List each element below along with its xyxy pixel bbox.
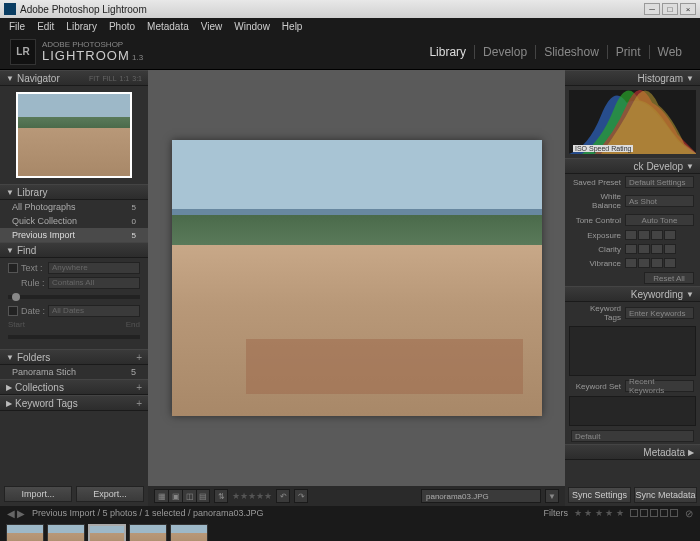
- menu-view[interactable]: View: [196, 21, 228, 32]
- find-date-dropdown[interactable]: All Dates: [48, 305, 140, 317]
- vib-plus2[interactable]: [664, 258, 676, 268]
- keywordtags-header[interactable]: ▶ Keyword Tags +: [0, 395, 148, 411]
- find-rule-dropdown[interactable]: Contains All: [48, 277, 140, 289]
- menu-metadata[interactable]: Metadata: [142, 21, 194, 32]
- clarity-minus2[interactable]: [625, 244, 637, 254]
- quickdev-header[interactable]: ck Develop ▼: [565, 158, 700, 174]
- close-button[interactable]: ×: [680, 3, 696, 15]
- keyword-set-area[interactable]: [569, 396, 696, 426]
- metadata-preset-dropdown[interactable]: Default: [571, 430, 694, 442]
- import-button[interactable]: Import...: [4, 486, 72, 502]
- keywordset-dropdown[interactable]: Recent Keywords: [625, 380, 694, 392]
- filter-red[interactable]: [630, 509, 638, 517]
- vib-minus2[interactable]: [625, 258, 637, 268]
- module-library[interactable]: Library: [421, 45, 475, 59]
- nav-back-icon[interactable]: ◀: [6, 508, 16, 519]
- filmstrip-thumb-selected[interactable]: [88, 524, 126, 542]
- vib-minus[interactable]: [638, 258, 650, 268]
- histogram-display[interactable]: ISO Speed Rating: [569, 90, 696, 154]
- nav-1-1[interactable]: 1:1: [120, 75, 130, 82]
- exp-minus2[interactable]: [625, 230, 637, 240]
- rotate-left-icon[interactable]: ↶: [276, 489, 290, 503]
- preset-dropdown[interactable]: Default Settings: [625, 176, 694, 188]
- histogram-header[interactable]: Histogram ▼: [565, 70, 700, 86]
- metadata-header[interactable]: Metadata ▶: [565, 444, 700, 460]
- filename-display[interactable]: panorama03.JPG: [421, 489, 541, 503]
- sort-icon[interactable]: ⇅: [214, 489, 228, 503]
- keyword-tags-area[interactable]: [569, 326, 696, 376]
- folders-header[interactable]: ▼ Folders +: [0, 349, 148, 365]
- find-date-checkbox[interactable]: [8, 306, 18, 316]
- clarity-minus[interactable]: [638, 244, 650, 254]
- lib-previous-import[interactable]: Previous Import5: [0, 228, 148, 242]
- lib-all-photos[interactable]: All Photographs5: [0, 200, 148, 214]
- find-text-dropdown[interactable]: Anywhere: [48, 262, 140, 274]
- folder-item[interactable]: Panorama Stich5: [0, 365, 148, 379]
- module-slideshow[interactable]: Slideshow: [536, 45, 608, 59]
- menu-library[interactable]: Library: [61, 21, 102, 32]
- rotate-right-icon[interactable]: ↷: [294, 489, 308, 503]
- menu-file[interactable]: File: [4, 21, 30, 32]
- loupe-view-icon[interactable]: ▣: [168, 489, 182, 503]
- keyword-input[interactable]: Enter Keywords: [625, 307, 694, 319]
- minimize-button[interactable]: ─: [644, 3, 660, 15]
- find-slider[interactable]: [8, 295, 140, 299]
- filter-green[interactable]: [650, 509, 658, 517]
- add-folder-icon[interactable]: +: [136, 352, 142, 363]
- add-keyword-icon[interactable]: +: [136, 398, 142, 409]
- exp-plus[interactable]: [651, 230, 663, 240]
- reset-button[interactable]: Reset All: [644, 272, 694, 284]
- menu-help[interactable]: Help: [277, 21, 308, 32]
- navigator-preview[interactable]: [16, 92, 132, 178]
- iso-badge: ISO Speed Rating: [573, 145, 633, 152]
- filter-purple[interactable]: [670, 509, 678, 517]
- sync-settings-button[interactable]: Sync Settings: [568, 487, 631, 503]
- exp-minus[interactable]: [638, 230, 650, 240]
- chevron-down-icon: ▼: [6, 188, 14, 197]
- app-icon: [4, 3, 16, 15]
- compare-view-icon[interactable]: ◫: [182, 489, 196, 503]
- add-collection-icon[interactable]: +: [136, 382, 142, 393]
- library-header[interactable]: ▼ Library: [0, 184, 148, 200]
- filmstrip-thumb[interactable]: [6, 524, 44, 542]
- clarity-plus2[interactable]: [664, 244, 676, 254]
- find-header[interactable]: ▼ Find: [0, 242, 148, 258]
- exp-plus2[interactable]: [664, 230, 676, 240]
- toolbar-chevron-icon[interactable]: ▼: [545, 489, 559, 503]
- filmstrip-thumb[interactable]: [47, 524, 85, 542]
- rating-stars[interactable]: ★★★★★: [232, 491, 272, 501]
- module-web[interactable]: Web: [650, 45, 690, 59]
- export-button[interactable]: Export...: [76, 486, 144, 502]
- maximize-button[interactable]: □: [662, 3, 678, 15]
- menu-photo[interactable]: Photo: [104, 21, 140, 32]
- status-path: Previous Import / 5 photos / 1 selected …: [32, 508, 264, 518]
- survey-view-icon[interactable]: ▤: [196, 489, 210, 503]
- menu-edit[interactable]: Edit: [32, 21, 59, 32]
- lr-logo: LR: [10, 39, 36, 65]
- filter-yellow[interactable]: [640, 509, 648, 517]
- keywording-header[interactable]: Keywording ▼: [565, 286, 700, 302]
- main-preview[interactable]: [172, 140, 542, 416]
- autotone-button[interactable]: Auto Tone: [625, 214, 694, 226]
- find-text-checkbox[interactable]: [8, 263, 18, 273]
- nav-3-1[interactable]: 3:1: [132, 75, 142, 82]
- collections-header[interactable]: ▶ Collections +: [0, 379, 148, 395]
- vib-plus[interactable]: [651, 258, 663, 268]
- nav-fwd-icon[interactable]: ▶: [16, 508, 26, 519]
- filter-blue[interactable]: [660, 509, 668, 517]
- grid-view-icon[interactable]: ▦: [154, 489, 168, 503]
- nav-fill[interactable]: FILL: [103, 75, 117, 82]
- clarity-plus[interactable]: [651, 244, 663, 254]
- nav-fit[interactable]: FIT: [89, 75, 100, 82]
- menu-window[interactable]: Window: [229, 21, 275, 32]
- filmstrip-thumb[interactable]: [129, 524, 167, 542]
- find-date-slider[interactable]: [8, 335, 140, 339]
- navigator-header[interactable]: ▼ Navigator FIT FILL 1:1 3:1: [0, 70, 148, 86]
- filmstrip-thumb[interactable]: [170, 524, 208, 542]
- sync-metadata-button[interactable]: Sync Metadata: [634, 487, 697, 503]
- wb-dropdown[interactable]: As Shot: [625, 195, 694, 207]
- filter-toggle-icon[interactable]: ⊘: [684, 508, 694, 519]
- module-develop[interactable]: Develop: [475, 45, 536, 59]
- module-print[interactable]: Print: [608, 45, 650, 59]
- lib-quick-collection[interactable]: Quick Collection0: [0, 214, 148, 228]
